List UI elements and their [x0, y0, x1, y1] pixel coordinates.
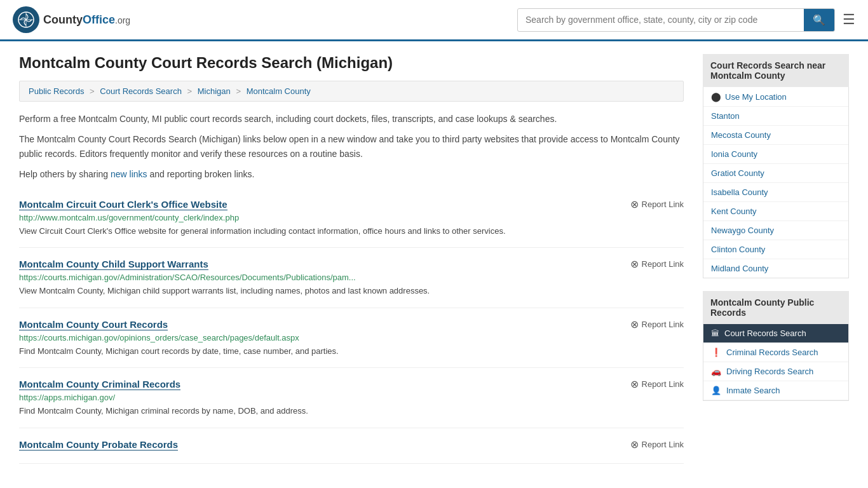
report-icon-1: ⊗: [630, 258, 639, 270]
report-icon-2: ⊗: [630, 318, 639, 330]
use-location-item[interactable]: ⬤ Use My Location: [703, 87, 848, 107]
result-header-2: Montcalm County Court Records ⊗ Report L…: [19, 318, 684, 330]
description-2: The Montcalm County Court Records Search…: [19, 132, 684, 161]
sidebar-midland[interactable]: Midland County: [703, 259, 848, 278]
breadcrumb-sep-1: >: [90, 86, 95, 96]
sidebar-nearby-title: Court Records Search near Montcalm Count…: [703, 54, 849, 87]
sidebar-driving-records[interactable]: 🚗 Driving Records Search: [703, 362, 848, 381]
result-header-1: Montcalm County Child Support Warrants ⊗…: [19, 258, 684, 270]
sidebar-gratiot[interactable]: Gratiot County: [703, 164, 848, 183]
result-desc-0: View Circuit Court Clerk's Office websit…: [19, 225, 684, 238]
result-url-2: https://courts.michigan.gov/opinions_ord…: [19, 333, 684, 342]
sidebar: Court Records Search near Montcalm Count…: [703, 54, 849, 464]
report-icon-4: ⊗: [630, 438, 639, 451]
logo-area: CountyOffice.org: [13, 6, 130, 33]
logo-text: CountyOffice.org: [43, 13, 130, 27]
report-icon-0: ⊗: [630, 198, 639, 210]
result-item: Montcalm Circuit Court Clerk's Office We…: [19, 188, 684, 248]
location-dot-icon: ⬤: [711, 92, 721, 102]
desc3-prefix: Help others by sharing: [19, 169, 111, 179]
sidebar-public-records-title: Montcalm County Public Records: [703, 291, 849, 324]
main-container: Montcalm County Court Records Search (Mi…: [0, 41, 868, 477]
description-1: Perform a free Montcalm County, MI publi…: [19, 112, 684, 126]
sidebar-ionia[interactable]: Ionia County: [703, 145, 848, 164]
breadcrumb-montcalm[interactable]: Montcalm County: [247, 86, 311, 96]
report-link-4[interactable]: ⊗ Report Link: [630, 438, 684, 451]
result-title-3: Montcalm County Criminal Records: [19, 379, 180, 390]
result-header-3: Montcalm County Criminal Records ⊗ Repor…: [19, 378, 684, 390]
result-item: Montcalm County Court Records ⊗ Report L…: [19, 308, 684, 369]
criminal-records-link[interactable]: Criminal Records Search: [726, 348, 818, 357]
result-desc-1: View Montcalm County, Michigan child sup…: [19, 285, 684, 297]
result-desc-3: Find Montcalm County, Michigan criminal …: [19, 405, 684, 417]
new-links-link[interactable]: new links: [111, 169, 147, 179]
report-label-2: Report Link: [642, 320, 684, 329]
search-bar: 🔍: [517, 8, 835, 32]
breadcrumb-sep-3: >: [236, 86, 241, 96]
report-link-1[interactable]: ⊗ Report Link: [630, 258, 684, 270]
result-url-3: https://apps.michigan.gov/: [19, 393, 684, 402]
results-container: Montcalm Circuit Court Clerk's Office We…: [19, 188, 684, 464]
sidebar-stanton[interactable]: Stanton: [703, 107, 848, 126]
result-link-3[interactable]: Montcalm County Criminal Records: [19, 379, 180, 390]
hamburger-menu[interactable]: ☰: [843, 11, 855, 28]
report-label-4: Report Link: [642, 440, 684, 449]
sidebar-kent[interactable]: Kent County: [703, 202, 848, 221]
report-link-2[interactable]: ⊗ Report Link: [630, 318, 684, 330]
breadcrumb-public-records[interactable]: Public Records: [29, 86, 84, 96]
court-icon: 🏛: [711, 329, 719, 338]
court-records-link[interactable]: Court Records Search: [724, 329, 806, 338]
result-item: Montcalm County Probate Records ⊗ Report…: [19, 428, 684, 464]
report-label-0: Report Link: [642, 200, 684, 209]
inmate-search-link[interactable]: Inmate Search: [726, 386, 780, 395]
sidebar-nearby-links: ⬤ Use My Location Stanton Mecosta County…: [703, 87, 849, 278]
report-link-0[interactable]: ⊗ Report Link: [630, 198, 684, 210]
breadcrumb: Public Records > Court Records Search > …: [19, 81, 684, 102]
description-3: Help others by sharing new links and rep…: [19, 167, 684, 181]
result-title-4: Montcalm County Probate Records: [19, 439, 178, 450]
result-header-4: Montcalm County Probate Records ⊗ Report…: [19, 438, 684, 451]
breadcrumb-court-records[interactable]: Court Records Search: [100, 86, 182, 96]
report-label-1: Report Link: [642, 259, 684, 269]
result-link-0[interactable]: Montcalm Circuit Court Clerk's Office We…: [19, 199, 227, 210]
driving-icon: 🚗: [711, 367, 721, 376]
sidebar-clinton[interactable]: Clinton County: [703, 240, 848, 259]
sidebar-court-records-search[interactable]: 🏛 Court Records Search: [703, 324, 848, 343]
result-url-0: http://www.montcalm.us/government/county…: [19, 213, 684, 222]
search-button[interactable]: 🔍: [804, 9, 834, 31]
result-item: Montcalm County Child Support Warrants ⊗…: [19, 248, 684, 308]
search-input[interactable]: [518, 10, 804, 30]
report-label-3: Report Link: [642, 379, 684, 389]
report-link-3[interactable]: ⊗ Report Link: [630, 378, 684, 390]
content-area: Montcalm County Court Records Search (Mi…: [19, 54, 684, 464]
result-link-2[interactable]: Montcalm County Court Records: [19, 319, 168, 330]
result-link-4[interactable]: Montcalm County Probate Records: [19, 439, 178, 451]
inmate-icon: 👤: [711, 386, 721, 395]
report-icon-3: ⊗: [630, 378, 639, 390]
result-header-0: Montcalm Circuit Court Clerk's Office We…: [19, 198, 684, 210]
sidebar-criminal-records[interactable]: ❗ Criminal Records Search: [703, 343, 848, 362]
desc3-suffix: and reporting broken links.: [147, 169, 255, 179]
use-location-link[interactable]: Use My Location: [725, 92, 787, 102]
breadcrumb-michigan[interactable]: Michigan: [198, 86, 231, 96]
driving-records-link[interactable]: Driving Records Search: [726, 367, 813, 376]
result-title-2: Montcalm County Court Records: [19, 319, 168, 330]
breadcrumb-sep-2: >: [187, 86, 193, 96]
sidebar-mecosta[interactable]: Mecosta County: [703, 126, 848, 145]
result-title-1: Montcalm County Child Support Warrants: [19, 259, 208, 269]
sidebar-newaygo[interactable]: Newaygo County: [703, 221, 848, 240]
sidebar-isabella[interactable]: Isabella County: [703, 183, 848, 202]
site-header: CountyOffice.org 🔍 ☰: [0, 0, 868, 41]
result-link-1[interactable]: Montcalm County Child Support Warrants: [19, 259, 208, 270]
logo-icon: [13, 6, 39, 33]
result-title-0: Montcalm Circuit Court Clerk's Office We…: [19, 199, 227, 210]
sidebar-inmate-search[interactable]: 👤 Inmate Search: [703, 381, 848, 400]
sidebar-records-list: 🏛 Court Records Search ❗ Criminal Record…: [703, 324, 849, 401]
result-desc-2: Find Montcalm County, Michigan court rec…: [19, 345, 684, 358]
result-item: Montcalm County Criminal Records ⊗ Repor…: [19, 368, 684, 428]
criminal-icon: ❗: [711, 348, 721, 357]
result-url-1: https://courts.michigan.gov/Administrati…: [19, 273, 684, 282]
page-title: Montcalm County Court Records Search (Mi…: [19, 54, 684, 72]
